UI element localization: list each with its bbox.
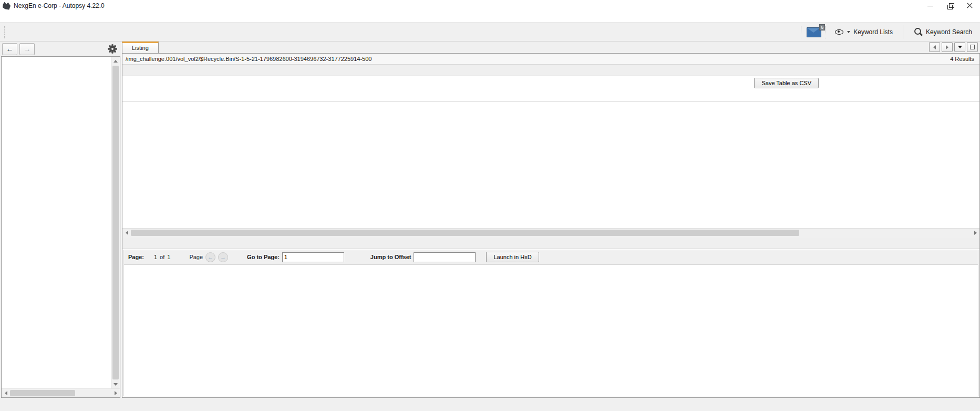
scroll-left-icon[interactable] <box>122 229 131 237</box>
menu-bar <box>0 12 980 23</box>
tab-listing[interactable]: Listing <box>122 42 159 53</box>
restore-icon[interactable] <box>940 0 960 12</box>
page-nav-label: Page <box>189 254 203 260</box>
tab-scroll-right-button[interactable] <box>942 42 953 52</box>
document-tab-row: Listing <box>122 42 980 53</box>
toolbar-grip <box>4 26 7 38</box>
maximize-pane-button[interactable] <box>967 42 978 52</box>
app-logo-icon <box>3 2 11 10</box>
scrollbar-thumb[interactable] <box>112 66 119 379</box>
table-horizontal-scrollbar[interactable] <box>122 228 979 238</box>
breadcrumb-row: /img_challenge.001/vol_vol2/$Recycle.Bin… <box>122 54 979 65</box>
launch-in-hxd-button[interactable]: Launch in HxD <box>486 252 539 262</box>
tree-vertical-scrollbar[interactable] <box>111 57 120 388</box>
scroll-right-icon[interactable] <box>971 229 979 237</box>
page-current: 1 <box>154 254 157 260</box>
gear-icon[interactable] <box>107 43 118 55</box>
chevron-down-icon <box>847 31 850 33</box>
mail-badge: 6 <box>819 24 825 30</box>
scroll-down-icon[interactable] <box>111 380 120 388</box>
save-table-csv-button[interactable]: Save Table as CSV <box>754 78 819 88</box>
window-title: NexgEn e-Corp - Autopsy 4.22.0 <box>14 2 105 9</box>
keyword-search-button[interactable]: Keyword Search <box>910 26 976 38</box>
tree-header: ← → <box>0 42 120 56</box>
page-label: Page: <box>128 254 144 260</box>
scroll-right-icon[interactable] <box>111 389 120 397</box>
directory-tree-panel: ← → <box>0 42 120 398</box>
scrollbar-thumb[interactable] <box>131 230 799 236</box>
scrollbar-thumb[interactable] <box>10 390 75 396</box>
scroll-up-icon[interactable] <box>111 57 120 65</box>
toolbar-separator <box>903 25 903 39</box>
title-bar: NexgEn e-Corp - Autopsy 4.22.0 <box>0 0 980 12</box>
page-of-label: of <box>160 254 164 260</box>
toolbar-separator <box>801 26 803 38</box>
toolbar-separator <box>825 26 827 38</box>
main-toolbar: 6 Keyword Lists Keyword Search <box>0 23 980 42</box>
breadcrumb: /img_challenge.001/vol_vol2/$Recycle.Bin… <box>126 56 372 62</box>
goto-page-label: Go to Page: <box>247 254 280 260</box>
tab-list-dropdown-button[interactable] <box>954 42 965 52</box>
view-tabs <box>122 65 979 76</box>
content-viewer-tabs <box>122 238 979 249</box>
hex-viewer <box>123 265 978 397</box>
keyword-lists-label: Keyword Lists <box>853 28 893 36</box>
hex-pager-toolbar: Page: 1 of 1 Page ← → Go to Page: Jump t… <box>123 250 978 265</box>
minimize-icon[interactable] <box>920 0 940 12</box>
forward-button[interactable]: → <box>19 43 35 55</box>
back-button[interactable]: ← <box>2 43 17 55</box>
close-icon[interactable] <box>960 0 980 12</box>
keyword-lists-button[interactable]: Keyword Lists <box>831 27 896 37</box>
scroll-left-icon[interactable] <box>2 389 10 397</box>
eye-icon <box>834 29 844 35</box>
table-header <box>122 90 979 102</box>
search-icon <box>913 27 923 37</box>
jump-to-offset-input[interactable] <box>414 252 476 262</box>
table-empty-area <box>122 102 979 228</box>
page-total: 1 <box>167 254 170 260</box>
tree-horizontal-scrollbar[interactable] <box>2 388 120 397</box>
goto-page-input[interactable] <box>282 252 344 262</box>
window-controls <box>920 0 980 12</box>
next-page-button[interactable]: → <box>218 252 228 262</box>
tab-scroll-left-button[interactable] <box>929 42 940 52</box>
mail-icon[interactable]: 6 <box>807 27 821 37</box>
results-count: 4 Results <box>950 56 976 62</box>
previous-page-button[interactable]: ← <box>205 252 215 262</box>
table-toolbar: Save Table as CSV <box>122 76 979 90</box>
keyword-search-label: Keyword Search <box>926 28 972 36</box>
jump-to-offset-label: Jump to Offset <box>370 254 411 260</box>
directory-tree <box>2 57 111 388</box>
